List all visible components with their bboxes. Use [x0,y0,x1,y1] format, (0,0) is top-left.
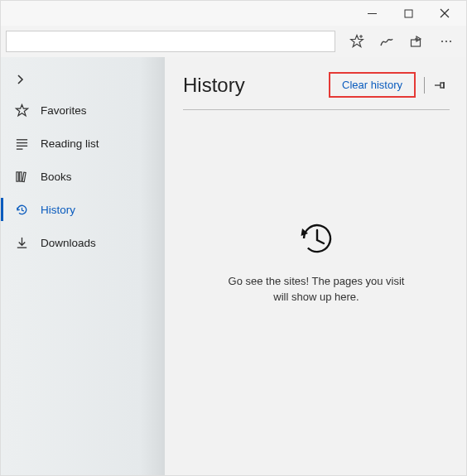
empty-state: Go see the sites! The pages you visit wi… [183,110,450,475]
sidebar-item-label: Favorites [41,104,87,117]
body: Favorites Reading list [1,57,466,475]
titlebar [1,1,466,26]
page-title: History [183,74,245,97]
more-icon[interactable] [431,26,461,56]
sidebar-item-favorites[interactable]: Favorites [1,94,165,127]
share-icon[interactable] [402,26,431,56]
sidebar-item-downloads[interactable]: Downloads [1,226,165,259]
sidebar-item-label: Downloads [41,237,96,249]
close-button[interactable] [426,1,463,26]
clear-history-button[interactable]: Clear history [329,72,416,98]
list-icon [14,136,29,151]
history-icon [14,202,29,217]
download-icon [14,235,29,250]
svg-rect-1 [405,10,412,17]
svg-point-10 [450,41,451,42]
empty-line1: Go see the sites! The pages you visit [229,275,405,287]
sidebar-item-books[interactable]: Books [1,160,165,193]
svg-point-9 [445,41,447,42]
empty-text: Go see the sites! The pages you visit wi… [229,274,405,305]
books-icon [14,169,29,184]
pin-icon[interactable] [430,75,450,95]
history-empty-icon [296,218,337,259]
star-icon [14,103,29,118]
window: Favorites Reading list [0,0,467,476]
address-bar[interactable] [6,31,335,52]
header-right: Clear history [329,72,450,98]
minimize-button[interactable] [354,1,390,26]
sidebar-item-label: History [41,204,75,216]
sidebar-item-reading-list[interactable]: Reading list [1,127,165,160]
svg-rect-6 [412,40,421,46]
empty-line2: will show up here. [273,291,359,303]
main-panel: History Clear history [165,57,466,475]
svg-rect-17 [22,172,25,182]
divider [424,77,425,94]
ink-icon[interactable] [372,26,402,56]
svg-rect-15 [16,171,17,180]
svg-rect-16 [19,171,21,180]
main-header: History Clear history [183,67,450,106]
sidebar-item-history[interactable]: History [1,193,165,226]
maximize-button[interactable] [390,1,426,26]
sidebar: Favorites Reading list [1,57,165,475]
sidebar-item-label: Books [41,171,72,183]
toolbar [1,26,466,57]
favorite-add-icon[interactable] [342,26,372,56]
svg-point-8 [441,41,443,42]
back-button[interactable] [1,65,165,94]
sidebar-item-label: Reading list [41,137,99,150]
